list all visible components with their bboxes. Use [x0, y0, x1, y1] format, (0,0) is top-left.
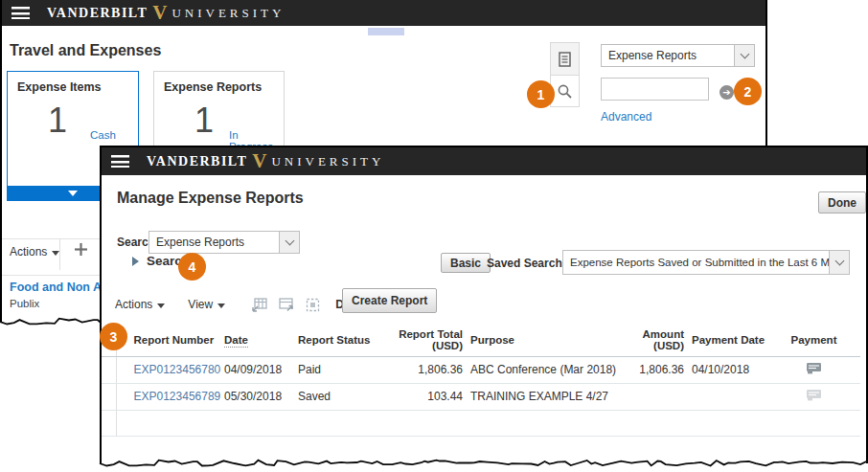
advanced-link[interactable]: Advanced: [601, 110, 651, 124]
manage-expense-reports-window: VANDERBILT V UNIVERSITY Manage Expense R…: [100, 146, 868, 463]
view-menu[interactable]: View: [188, 298, 225, 311]
report-total-cell: 103.44: [384, 383, 467, 410]
payment-icon: [806, 362, 822, 377]
torn-edge: [100, 459, 868, 472]
menu-icon[interactable]: [11, 7, 30, 19]
caret-down-icon: [157, 303, 165, 308]
status-cell: Saved: [294, 383, 384, 410]
detach-button[interactable]: [306, 298, 320, 312]
actions-label: Actions: [10, 245, 47, 258]
add-button[interactable]: [73, 241, 89, 261]
document-icon: [559, 52, 571, 67]
card-count: 1: [48, 101, 67, 141]
page-title: Manage Expense Reports: [117, 190, 304, 207]
selected-category: Expense Reports: [149, 236, 279, 249]
date-header-label: Date: [224, 334, 248, 348]
chevron-down-icon: [279, 232, 299, 253]
page-title: Travel and Expenses: [10, 42, 161, 59]
infolets-tab[interactable]: [551, 43, 579, 75]
basic-button[interactable]: Basic: [441, 253, 491, 273]
query-by-example-button[interactable]: [279, 298, 294, 312]
query-by-example-icon: [279, 298, 294, 312]
card-count: 1: [194, 101, 214, 141]
brand-vanderbilt: VANDERBILT: [147, 154, 247, 169]
cash-link[interactable]: Cash: [90, 129, 116, 141]
amount-cell: [617, 383, 688, 410]
saved-search-value: Expense Reports Saved or Submitted in th…: [563, 257, 829, 268]
done-button[interactable]: Done: [818, 191, 866, 214]
screenshot-stage: VANDERBILT V UNIVERSITY Travel and Expen…: [0, 0, 868, 472]
caret-down-icon: [217, 303, 225, 308]
side-tab-strip: [550, 42, 580, 107]
column-header[interactable]: Payment Date: [688, 324, 767, 356]
purpose-cell: TRAINING EXAMPLE 4/27: [467, 383, 617, 410]
chevron-down-icon: [68, 191, 78, 196]
column-header[interactable]: Purpose: [467, 324, 617, 356]
row-selector[interactable]: [102, 383, 116, 410]
brand-vanderbilt: VANDERBILT: [47, 6, 148, 21]
purpose-cell: ABC Conference (Mar 2018): [467, 356, 617, 383]
selected-category: Expense Reports: [602, 49, 734, 62]
view-label: View: [188, 298, 213, 311]
search-category-select[interactable]: Expense Reports: [148, 231, 300, 254]
date-cell: 05/30/2018: [221, 383, 294, 410]
brand-logo: VANDERBILT V UNIVERSITY: [47, 3, 285, 23]
app-header: VANDERBILT V UNIVERSITY: [2, 0, 765, 26]
chevron-down-icon: [829, 251, 849, 274]
report-total-cell: 1,806.36: [384, 356, 467, 383]
export-to-excel-icon: [252, 298, 267, 312]
empty-row: [102, 410, 860, 436]
date-cell: 04/09/2018: [221, 356, 294, 383]
vanderbilt-v-icon: V: [152, 3, 167, 23]
arrow-right-icon: ➔: [722, 88, 730, 98]
app-header: VANDERBILT V UNIVERSITY: [102, 147, 866, 175]
brand-logo: VANDERBILT V UNIVERSITY: [147, 151, 384, 171]
brand-university: UNIVERSITY: [171, 6, 285, 21]
callout-4: 4: [178, 253, 206, 281]
table-header-row: Report Number Date Report Status Report …: [102, 324, 860, 356]
saved-search-select[interactable]: Expense Reports Saved or Submitted in th…: [562, 250, 850, 275]
triangle-right-icon: [132, 257, 139, 266]
chevron-down-icon: [734, 45, 754, 66]
card-title: Expense Items: [17, 80, 102, 94]
status-cell: Paid: [294, 356, 384, 383]
detach-icon: [306, 298, 320, 312]
brand-university: UNIVERSITY: [271, 154, 384, 169]
expense-reports-table: Report Number Date Report Status Report …: [102, 324, 860, 437]
actions-label: Actions: [115, 298, 152, 311]
table-row[interactable]: EXP0123456780 04/09/2018 Paid 1,806.36 A…: [102, 356, 860, 383]
amount-cell: 1,806.36: [617, 356, 688, 383]
card-title: Expense Reports: [164, 80, 262, 94]
divider: [59, 239, 60, 270]
search-input[interactable]: [601, 78, 709, 101]
column-header[interactable]: Report Status: [294, 324, 384, 356]
expense-item-link[interactable]: Food and Non A: [10, 281, 102, 294]
partial-toolbar-fragment: [368, 28, 404, 35]
plus-icon: [73, 241, 89, 258]
search-tab[interactable]: [551, 75, 579, 106]
column-header[interactable]: Report Total (USD): [384, 324, 467, 356]
report-number-link[interactable]: EXP0123456789: [134, 390, 221, 403]
report-number-link[interactable]: EXP0123456780: [134, 363, 221, 376]
payment-date-cell: 04/10/2018: [688, 356, 767, 383]
vanderbilt-v-icon: V: [252, 151, 266, 171]
search-go-button[interactable]: ➔: [720, 85, 734, 100]
column-header-sorted[interactable]: Date: [221, 324, 294, 356]
callout-3: 3: [100, 323, 127, 350]
menu-icon[interactable]: [111, 155, 129, 168]
search-category-select[interactable]: Expense Reports: [601, 44, 755, 67]
export-to-excel-button[interactable]: [252, 298, 267, 312]
table-row[interactable]: EXP0123456789 05/30/2018 Saved 103.44 TR…: [102, 383, 860, 410]
saved-search-label: Saved Search: [487, 257, 562, 270]
merchant-label: Publix: [10, 298, 39, 309]
row-selector[interactable]: [102, 356, 116, 383]
search-icon: [557, 83, 573, 100]
payment-date-cell: [688, 383, 767, 410]
create-report-button[interactable]: Create Report: [342, 288, 437, 313]
column-header[interactable]: Report Number: [116, 324, 221, 356]
actions-menu[interactable]: Actions: [115, 298, 165, 311]
column-header[interactable]: Amount (USD): [617, 324, 688, 356]
callout-2: 2: [734, 78, 762, 105]
column-header[interactable]: Payment: [767, 324, 860, 356]
actions-menu[interactable]: Actions: [10, 245, 59, 258]
